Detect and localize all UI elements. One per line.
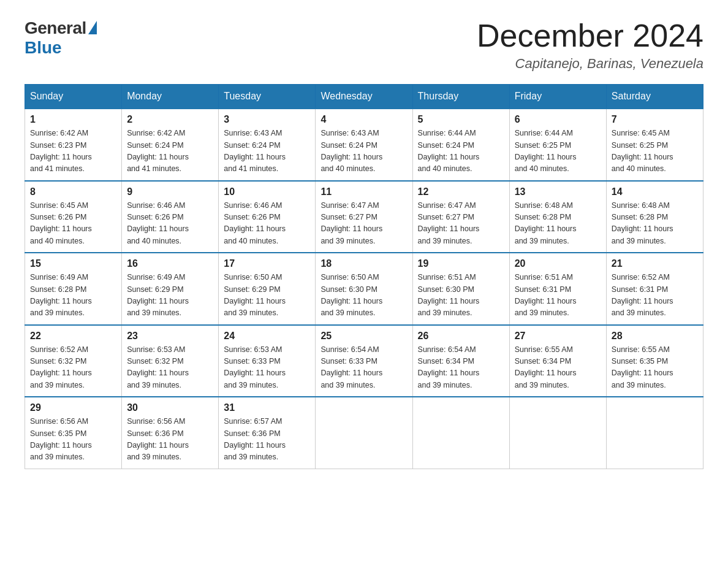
calendar-cell: 15 Sunrise: 6:49 AM Sunset: 6:28 PM Dayl…	[25, 253, 122, 325]
day-info: Sunrise: 6:56 AM Sunset: 6:36 PM Dayligh…	[127, 416, 213, 464]
calendar-cell: 4 Sunrise: 6:43 AM Sunset: 6:24 PM Dayli…	[316, 109, 412, 181]
day-info: Sunrise: 6:53 AM Sunset: 6:32 PM Dayligh…	[127, 344, 213, 392]
day-number: 12	[418, 186, 504, 197]
day-number: 1	[30, 114, 116, 125]
calendar-cell: 20 Sunrise: 6:51 AM Sunset: 6:31 PM Dayl…	[509, 253, 606, 325]
calendar-cell: 17 Sunrise: 6:50 AM Sunset: 6:29 PM Dayl…	[219, 253, 316, 325]
day-info: Sunrise: 6:43 AM Sunset: 6:24 PM Dayligh…	[224, 128, 310, 175]
day-info: Sunrise: 6:43 AM Sunset: 6:24 PM Dayligh…	[320, 128, 407, 175]
week-row-5: 29 Sunrise: 6:56 AM Sunset: 6:35 PM Dayl…	[25, 397, 703, 469]
day-number: 18	[320, 258, 407, 269]
calendar-cell: 8 Sunrise: 6:45 AM Sunset: 6:26 PM Dayli…	[25, 181, 122, 253]
week-row-3: 15 Sunrise: 6:49 AM Sunset: 6:28 PM Dayl…	[25, 253, 703, 325]
header-saturday: Saturday	[606, 85, 703, 109]
calendar-cell	[606, 397, 703, 469]
day-info: Sunrise: 6:52 AM Sunset: 6:31 PM Dayligh…	[612, 272, 698, 320]
calendar-table: SundayMondayTuesdayWednesdayThursdayFrid…	[25, 84, 703, 469]
day-number: 22	[30, 331, 116, 342]
calendar-cell: 19 Sunrise: 6:51 AM Sunset: 6:30 PM Dayl…	[412, 253, 509, 325]
day-info: Sunrise: 6:45 AM Sunset: 6:26 PM Dayligh…	[30, 200, 116, 248]
calendar-cell	[316, 397, 412, 469]
day-number: 28	[612, 331, 698, 342]
logo-general-text: General	[25, 18, 86, 38]
calendar-cell	[412, 397, 509, 469]
calendar-cell: 10 Sunrise: 6:46 AM Sunset: 6:26 PM Dayl…	[219, 181, 316, 253]
calendar-cell: 23 Sunrise: 6:53 AM Sunset: 6:32 PM Dayl…	[122, 325, 219, 397]
calendar-cell: 11 Sunrise: 6:47 AM Sunset: 6:27 PM Dayl…	[316, 181, 412, 253]
day-info: Sunrise: 6:42 AM Sunset: 6:24 PM Dayligh…	[127, 128, 213, 175]
month-title: December 2024	[477, 18, 703, 53]
day-info: Sunrise: 6:46 AM Sunset: 6:26 PM Dayligh…	[127, 200, 213, 248]
day-number: 21	[612, 258, 698, 269]
header-sunday: Sunday	[25, 85, 122, 109]
calendar-cell: 25 Sunrise: 6:54 AM Sunset: 6:33 PM Dayl…	[316, 325, 412, 397]
day-number: 31	[224, 402, 310, 413]
calendar-cell: 12 Sunrise: 6:47 AM Sunset: 6:27 PM Dayl…	[412, 181, 509, 253]
day-number: 2	[127, 114, 213, 125]
day-info: Sunrise: 6:49 AM Sunset: 6:28 PM Dayligh…	[30, 272, 116, 320]
week-row-2: 8 Sunrise: 6:45 AM Sunset: 6:26 PM Dayli…	[25, 181, 703, 253]
day-info: Sunrise: 6:45 AM Sunset: 6:25 PM Dayligh…	[612, 128, 698, 175]
day-number: 13	[515, 186, 601, 197]
day-number: 7	[612, 114, 698, 125]
day-number: 10	[224, 186, 310, 197]
day-info: Sunrise: 6:48 AM Sunset: 6:28 PM Dayligh…	[515, 200, 601, 248]
day-info: Sunrise: 6:44 AM Sunset: 6:24 PM Dayligh…	[418, 128, 504, 175]
week-row-4: 22 Sunrise: 6:52 AM Sunset: 6:32 PM Dayl…	[25, 325, 703, 397]
calendar-cell: 22 Sunrise: 6:52 AM Sunset: 6:32 PM Dayl…	[25, 325, 122, 397]
day-number: 6	[515, 114, 601, 125]
calendar-cell: 13 Sunrise: 6:48 AM Sunset: 6:28 PM Dayl…	[509, 181, 606, 253]
day-info: Sunrise: 6:49 AM Sunset: 6:29 PM Dayligh…	[127, 272, 213, 320]
header-thursday: Thursday	[412, 85, 509, 109]
title-section: December 2024 Capitanejo, Barinas, Venez…	[477, 18, 703, 72]
day-number: 8	[30, 186, 116, 197]
calendar-cell: 21 Sunrise: 6:52 AM Sunset: 6:31 PM Dayl…	[606, 253, 703, 325]
calendar-cell: 1 Sunrise: 6:42 AM Sunset: 6:23 PM Dayli…	[25, 109, 122, 181]
calendar-cell: 24 Sunrise: 6:53 AM Sunset: 6:33 PM Dayl…	[219, 325, 316, 397]
day-number: 16	[127, 258, 213, 269]
calendar-cell	[509, 397, 606, 469]
day-info: Sunrise: 6:55 AM Sunset: 6:34 PM Dayligh…	[515, 344, 601, 392]
calendar-cell: 29 Sunrise: 6:56 AM Sunset: 6:35 PM Dayl…	[25, 397, 122, 469]
calendar-header-row: SundayMondayTuesdayWednesdayThursdayFrid…	[25, 85, 703, 109]
logo: General Blue	[25, 18, 97, 58]
day-info: Sunrise: 6:46 AM Sunset: 6:26 PM Dayligh…	[224, 200, 310, 248]
day-info: Sunrise: 6:51 AM Sunset: 6:30 PM Dayligh…	[418, 272, 504, 320]
day-number: 3	[224, 114, 310, 125]
day-number: 23	[127, 331, 213, 342]
location-title: Capitanejo, Barinas, Venezuela	[477, 56, 703, 72]
day-number: 9	[127, 186, 213, 197]
calendar-cell: 27 Sunrise: 6:55 AM Sunset: 6:34 PM Dayl…	[509, 325, 606, 397]
day-info: Sunrise: 6:53 AM Sunset: 6:33 PM Dayligh…	[224, 344, 310, 392]
logo-triangle-icon	[88, 21, 97, 34]
header-wednesday: Wednesday	[316, 85, 412, 109]
day-number: 17	[224, 258, 310, 269]
day-info: Sunrise: 6:50 AM Sunset: 6:30 PM Dayligh…	[320, 272, 407, 320]
day-number: 29	[30, 402, 116, 413]
day-info: Sunrise: 6:52 AM Sunset: 6:32 PM Dayligh…	[30, 344, 116, 392]
day-number: 4	[320, 114, 407, 125]
calendar-cell: 5 Sunrise: 6:44 AM Sunset: 6:24 PM Dayli…	[412, 109, 509, 181]
day-info: Sunrise: 6:47 AM Sunset: 6:27 PM Dayligh…	[418, 200, 504, 248]
calendar-cell: 6 Sunrise: 6:44 AM Sunset: 6:25 PM Dayli…	[509, 109, 606, 181]
calendar-cell: 30 Sunrise: 6:56 AM Sunset: 6:36 PM Dayl…	[122, 397, 219, 469]
day-info: Sunrise: 6:42 AM Sunset: 6:23 PM Dayligh…	[30, 128, 116, 175]
calendar-cell: 14 Sunrise: 6:48 AM Sunset: 6:28 PM Dayl…	[606, 181, 703, 253]
calendar-cell: 31 Sunrise: 6:57 AM Sunset: 6:36 PM Dayl…	[219, 397, 316, 469]
week-row-1: 1 Sunrise: 6:42 AM Sunset: 6:23 PM Dayli…	[25, 109, 703, 181]
header-tuesday: Tuesday	[219, 85, 316, 109]
day-info: Sunrise: 6:51 AM Sunset: 6:31 PM Dayligh…	[515, 272, 601, 320]
day-info: Sunrise: 6:54 AM Sunset: 6:33 PM Dayligh…	[320, 344, 407, 392]
day-info: Sunrise: 6:50 AM Sunset: 6:29 PM Dayligh…	[224, 272, 310, 320]
day-info: Sunrise: 6:56 AM Sunset: 6:35 PM Dayligh…	[30, 416, 116, 464]
calendar-cell: 9 Sunrise: 6:46 AM Sunset: 6:26 PM Dayli…	[122, 181, 219, 253]
day-number: 30	[127, 402, 213, 413]
day-info: Sunrise: 6:47 AM Sunset: 6:27 PM Dayligh…	[320, 200, 407, 248]
day-number: 14	[612, 186, 698, 197]
logo-blue-text: Blue	[25, 38, 62, 58]
calendar-cell: 28 Sunrise: 6:55 AM Sunset: 6:35 PM Dayl…	[606, 325, 703, 397]
calendar-cell: 7 Sunrise: 6:45 AM Sunset: 6:25 PM Dayli…	[606, 109, 703, 181]
header-friday: Friday	[509, 85, 606, 109]
page-header: General Blue December 2024 Capitanejo, B…	[25, 18, 703, 72]
day-info: Sunrise: 6:44 AM Sunset: 6:25 PM Dayligh…	[515, 128, 601, 175]
